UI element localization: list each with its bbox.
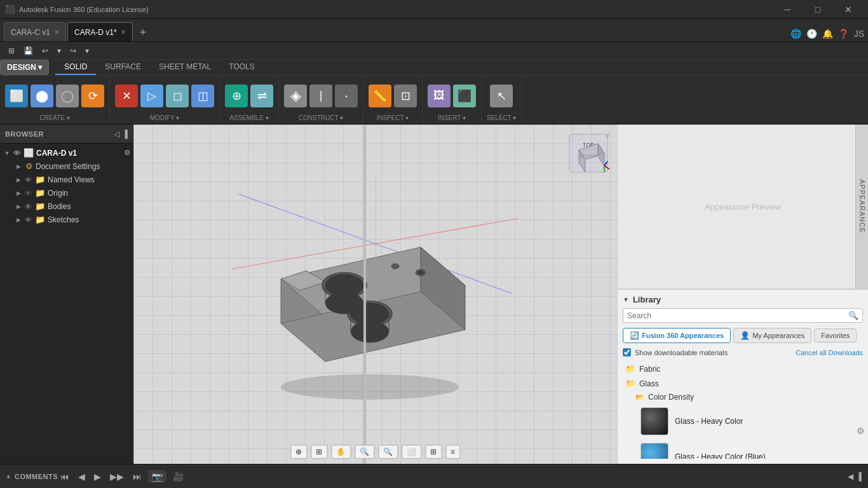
tree-item-named-views[interactable]: ▶ 👁 📁 Named Views (0, 173, 133, 186)
toolbar-tab-tools[interactable]: TOOLS (220, 60, 263, 75)
show-downloadable-checkbox[interactable] (623, 348, 631, 356)
inspect-label[interactable]: INSPECT ▾ (377, 114, 409, 121)
display-btn[interactable]: ≡ (445, 445, 460, 459)
folder-glass[interactable]: 📁 Glass (623, 376, 863, 391)
construct-axis-icon[interactable]: | (309, 85, 332, 107)
insert-svg-icon[interactable]: ⬛ (453, 85, 476, 107)
settings-gear-button[interactable]: ⚙ (854, 424, 867, 437)
tree-root-settings[interactable]: ⚙ (124, 149, 130, 157)
insert-decal-icon[interactable]: 🖼 (428, 85, 451, 107)
undo-button[interactable]: ↩ (39, 45, 51, 57)
user-icon[interactable]: JS (854, 29, 864, 39)
toolbar-tab-surface[interactable]: SURFACE (96, 60, 150, 75)
toolbar-tab-sheetmetal[interactable]: SHEET METAL (150, 60, 220, 75)
tree-item-doc-settings[interactable]: ▶ ⚙ Document Settings (0, 159, 133, 173)
zoom-out-btn[interactable]: 🔍 (378, 445, 398, 459)
close-button[interactable]: ✕ (834, 0, 863, 19)
play-start-btn[interactable]: ⏮ (58, 469, 72, 484)
mat-glass-heavy[interactable]: Glass - Heavy Color (623, 403, 863, 439)
play-next-btn[interactable]: ▶▶ (107, 469, 126, 484)
tree-views-eye[interactable]: 👁 (25, 176, 32, 184)
appearance-side-tab[interactable]: APPEARANCE (855, 125, 868, 288)
add-comment-icon[interactable]: + (6, 473, 11, 480)
library-header[interactable]: ▼ Library (623, 295, 863, 304)
create-sphere-icon[interactable]: ◯ (56, 85, 79, 107)
tree-sketches-eye[interactable]: 👁 (25, 216, 32, 224)
tab-fusion-appearances[interactable]: 🔄 Fusion 360 Appearances (623, 328, 731, 343)
select-label[interactable]: SELECT ▾ (487, 114, 517, 121)
redo-button[interactable]: ↪ (67, 45, 79, 57)
create-revolve-icon[interactable]: ⟳ (81, 85, 104, 107)
grid-btn[interactable]: ⊞ (425, 445, 442, 459)
pan2-btn[interactable]: ✋ (331, 445, 351, 459)
record-btn[interactable]: 📷 (148, 470, 166, 483)
construct-plane-icon[interactable]: ◈ (284, 85, 307, 107)
design-button[interactable]: DESIGN ▾ (0, 60, 49, 75)
search-input[interactable] (627, 311, 848, 320)
tree-item-bodies[interactable]: ▶ 👁 📁 Bodies (0, 200, 133, 213)
play-end-btn[interactable]: ⏭ (130, 469, 144, 484)
save-button[interactable]: 💾 (20, 45, 36, 57)
help-icon[interactable]: 🌐 (790, 29, 801, 39)
play-btn[interactable]: ▶ (92, 469, 104, 484)
tree-root-eye[interactable]: 👁 (13, 149, 20, 157)
construct-point-icon[interactable]: · (335, 85, 358, 107)
browser-expand-icon[interactable]: ◁ (114, 130, 119, 139)
insert-label[interactable]: INSERT ▾ (438, 114, 466, 121)
tab-cara-d[interactable]: CARA-D v1* ✕ (67, 22, 133, 41)
camera-btn[interactable]: 🎥 (170, 469, 186, 484)
modify-delete-icon[interactable]: ✕ (115, 85, 138, 107)
tab-my-appearances[interactable]: 👤 My Appearances (733, 328, 811, 343)
inspect-measure-icon[interactable]: 📏 (369, 85, 391, 107)
modify-push-icon[interactable]: ▷ (140, 85, 163, 107)
bell-icon[interactable]: 🔔 (822, 29, 833, 39)
tree-bodies-eye[interactable]: 👁 (25, 203, 32, 210)
assemble-joint-icon[interactable]: ⊕ (225, 85, 248, 107)
assemble-motion-icon[interactable]: ⇌ (250, 85, 273, 107)
select-tool-icon[interactable]: ↖ (490, 85, 513, 107)
grid-icon[interactable]: ⊞ (5, 45, 18, 57)
browser-collapse-icon[interactable]: ▐ (122, 130, 128, 139)
modify-label[interactable]: MODIFY ▾ (150, 114, 179, 121)
create-cyl-icon[interactable]: ⬤ (31, 85, 53, 107)
tab-cara-c[interactable]: CARA-C v1 ✕ (4, 22, 66, 41)
construct-label[interactable]: CONSTRUCT ▾ (299, 114, 343, 121)
redo-dropdown[interactable]: ▾ (82, 45, 92, 57)
folder-fabric[interactable]: 📁 Fabric (623, 362, 863, 376)
collapse-bottom-icon[interactable]: ▐ (856, 472, 862, 481)
viewport-canvas[interactable]: TOP FRONT Z ⊕ ⊞ ✋ (133, 125, 617, 464)
assemble-label[interactable]: ASSEMBLE ▾ (229, 114, 269, 121)
inspect-section-icon[interactable]: ⊡ (394, 85, 417, 107)
create-box-icon[interactable]: ⬜ (5, 85, 28, 107)
tab-cara-d-close[interactable]: ✕ (121, 29, 126, 36)
tree-item-sketches[interactable]: ▶ 👁 📁 Sketches (0, 213, 133, 226)
viewport[interactable]: TOP FRONT Z ⊕ ⊞ ✋ (133, 125, 617, 464)
undo-dropdown[interactable]: ▾ (54, 45, 64, 57)
expand-bottom-icon[interactable]: ◀ (848, 472, 853, 481)
cancel-downloads-link[interactable]: Cancel all Downloads (796, 349, 863, 356)
clock-icon[interactable]: 🕐 (806, 29, 817, 39)
orbit-btn[interactable]: ⊕ (290, 445, 307, 459)
tab-cara-c-close[interactable]: ✕ (54, 29, 59, 36)
tree-sketches-icon: 📁 (35, 215, 45, 224)
minimize-button[interactable]: ─ (773, 0, 802, 19)
tree-root[interactable]: ▼ 👁 ⬜ CARA-D v1 ⚙ (0, 146, 133, 159)
tab-favorites[interactable]: Favorites (814, 329, 857, 342)
subfolder-color-density[interactable]: 📂 Color Density (623, 391, 863, 403)
modify-fillet-icon[interactable]: ◻ (166, 85, 189, 107)
panel-resize-handle[interactable] (363, 125, 366, 464)
pan-btn[interactable]: ⊞ (311, 445, 327, 459)
create-label[interactable]: CREATE ▾ (39, 114, 70, 121)
tree-item-origin[interactable]: ▶ 👁 📁 Origin (0, 186, 133, 200)
toolbar-tab-solid[interactable]: SOLID (55, 60, 96, 75)
view-mode-btn[interactable]: ⬜ (402, 445, 421, 459)
new-tab-button[interactable]: + (134, 24, 152, 41)
mat-glass-heavy-blue[interactable]: Glass - Heavy Color (Blue) (623, 439, 863, 459)
zoom-in-btn[interactable]: 🔍 (355, 445, 374, 459)
play-prev-btn[interactable]: ◀ (76, 469, 88, 484)
modify-shell-icon[interactable]: ◫ (191, 85, 214, 107)
maximize-button[interactable]: □ (803, 0, 832, 19)
view-cube[interactable]: TOP FRONT Z (566, 131, 611, 175)
tree-origin-eye[interactable]: 👁 (25, 189, 32, 197)
question-icon[interactable]: ❓ (838, 29, 849, 39)
